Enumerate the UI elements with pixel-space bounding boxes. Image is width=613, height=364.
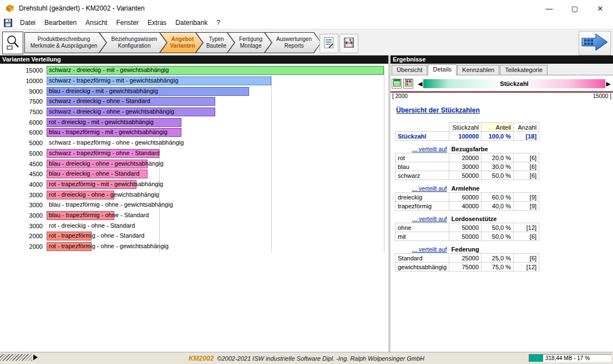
category-colors-button[interactable] [403,79,413,89]
tab-teilekategorie[interactable]: Teilekategorie [500,65,548,75]
menu-item-fenster[interactable]: Fenster [112,17,143,28]
slider-range: [ 2000 15000 ] [391,93,613,100]
total-count: [18] [514,132,539,141]
tab-line1: Auswertungen [276,36,312,43]
report-icon [323,37,335,51]
item-share: 50,0 % [482,223,514,232]
table-spacer [396,211,539,215]
range-max: 15000 ] [593,93,611,99]
menu-item-datei[interactable]: Datei [16,17,40,28]
chart-row: 4500blau - dreieckig - ohne - gewichtsab… [0,158,388,169]
group-name-federung: Federung [449,245,539,254]
chart-row: 15000schwarz - dreieckig - mit - gewicht… [0,65,388,76]
verteilt-auf-link-lordosenstütze[interactable]: ... verteilt auf [396,214,449,223]
row-bar-zone: schwarz - trapezförmig - ohne - Standard [47,149,384,158]
group-name-armlehne: Armlehne [449,184,539,193]
row-label: blau - dreieckig - ohne - gewichtsabhäng… [49,160,164,167]
slider-gradient[interactable]: Stückzahl [423,79,605,88]
item-share: 60,0 % [482,193,514,202]
summary-table-button[interactable] [392,79,402,89]
row-bar-zone: rot - dreieckig - mit - gewichtsabhängig [47,118,384,127]
item-value: 60000 [449,193,482,202]
close-button[interactable]: ✕ [587,0,613,17]
item-share: 40,0 % [482,202,514,211]
verteilt-auf-link-bezugsfarbe[interactable]: ... verteilt auf [396,145,449,153]
row-value: 15000 [0,67,47,74]
chart-row: 7500schwarz - dreieckig - ohne - Standar… [0,96,388,107]
tab-line1: Beziehungswissen [112,36,158,43]
tab-details[interactable]: Details [428,64,457,75]
row-bar-zone: blau - trapezförmig - ohne - Standard [47,211,384,220]
window-title: Drehstuhl (geändert) - KM2002 - Variante… [19,4,145,12]
overview-link[interactable]: Übersicht der Stückzahlen [396,106,480,114]
minimize-button[interactable]: — [536,0,562,17]
item-share: 50,0 % [482,232,514,241]
main-toolbar: ProduktbeschreibungMerkmale & Ausprägung… [0,29,613,56]
item-count: [6] [514,171,539,180]
item-count: [9] [514,193,539,202]
total-share: 100,0 % [482,132,514,141]
row-value: 5000 [0,150,47,157]
database-save-icon [343,37,355,51]
chart-row: 6000rot - dreieckig - mit - gewichtsabhä… [0,117,388,127]
calc-arrow-button[interactable] [579,31,611,55]
tab-line1: Produktbeschreibung [38,36,90,43]
row-value: 6000 [0,129,47,136]
verteilt-auf-link-armlehne[interactable]: ... verteilt auf [396,184,449,193]
tab-line2: Varianten [170,43,195,49]
tab-line2: Merkmale & Ausprägungen [31,43,98,49]
row-label: blau - dreieckig - ohne - Standard [49,170,139,177]
item-share: 25,0 % [482,254,514,263]
menu-item-bearbeiten[interactable]: Bearbeiten [40,17,81,28]
col-header-anzahl: Anzahl [514,123,539,132]
slider-label: Stückzahl [500,80,528,87]
item-label: mit [396,232,449,241]
item-value: 30000 [449,162,482,171]
row-value: 3000 [0,202,47,208]
item-count: [12] [514,223,539,232]
row-bar-zone: schwarz - dreieckig - ohne - gewichtsabh… [47,107,384,116]
row-value: 3000 [0,212,47,219]
copyright-label: ©2002-2021 ISW industrielle Software Dip… [217,355,424,362]
product-tool-button[interactable] [2,32,23,54]
report-button[interactable] [320,34,338,53]
row-label: rot - trapezförmig - mit - gewichtsabhän… [49,181,163,187]
chart-row: 4000rot - trapezförmig - mit - gewichtsa… [0,180,388,190]
row-label: rot - trapezförmig - ohne - gewichtsabhä… [49,243,169,249]
item-label: gewichtsabhängig [396,263,449,271]
save-icon[interactable] [4,19,12,27]
database-save-button[interactable] [340,34,358,53]
results-tabs: ÜbersichtDetailsKennzahlenTeilekategorie [391,64,613,75]
row-bar-zone: rot - trapezförmig - mit - gewichtsabhän… [47,180,384,189]
maximize-button[interactable]: ▢ [562,0,587,17]
breadcrumb-tabs: ProduktbeschreibungMerkmale & Ausprägung… [24,32,321,53]
row-value: 4500 [0,171,47,177]
toolbar-tab-reports[interactable]: AuswertungenReports [265,32,321,53]
item-count: [6] [514,232,539,241]
chart-row: 2000rot - trapezförmig - ohne - Standard [0,231,388,242]
menu-item-datenbank[interactable]: Datenbank [171,17,212,28]
toolbar-tab-konfiguration[interactable]: BeziehungswissenKonfiguration [99,32,167,53]
row-value: 7500 [0,98,47,105]
menu-item-?[interactable]: ? [212,17,225,28]
app-icon [5,4,15,13]
slider-left-arrow[interactable]: ◀ [417,80,423,88]
tab-kennzahlen[interactable]: Kennzahlen [457,65,499,75]
item-count: [6] [514,162,539,171]
menu-item-extras[interactable]: Extras [143,17,171,28]
memory-label: 318,44 MB - 17 % [545,355,590,361]
row-value: 2000 [0,233,47,239]
toolbar-tab-merkmale-ausprägungen[interactable]: ProduktbeschreibungMerkmale & Ausprägung… [24,32,107,53]
item-value: 50000 [449,171,482,180]
item-value: 50000 [449,232,482,241]
item-value: 25000 [449,254,482,263]
menu-bar: DateiBearbeitenAnsichtFensterExtrasDaten… [0,17,613,29]
chart-row: 3000rot - dreieckig - ohne - Standard [0,221,388,231]
verteilt-auf-link-federung[interactable]: ... verteilt auf [396,245,449,254]
slider-right-arrow[interactable]: ▶ [605,80,612,88]
chart-row: 5000schwarz - trapezförmig - ohne - Stan… [0,148,388,159]
chart-row: 3000blau - trapezförmig - ohne - gewicht… [0,200,388,211]
item-share: 20,0 % [482,153,514,162]
tab-übersicht[interactable]: Übersicht [392,65,427,75]
menu-item-ansicht[interactable]: Ansicht [81,17,112,28]
